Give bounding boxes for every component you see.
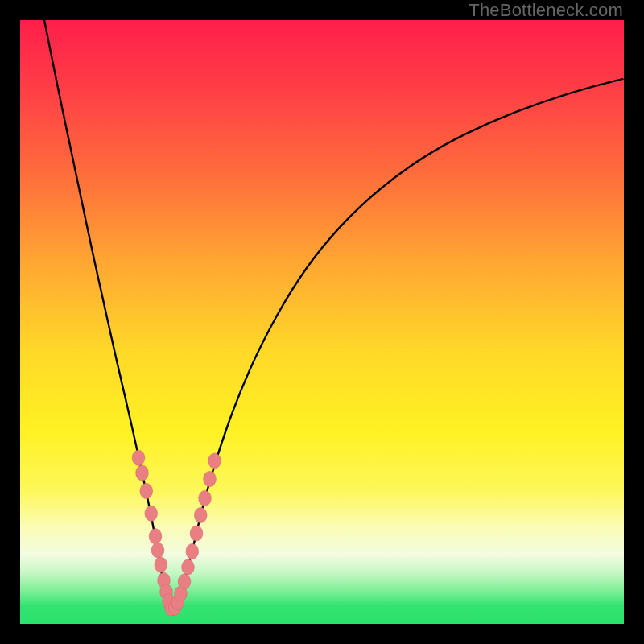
curve-marker	[149, 529, 162, 544]
curve-marker	[199, 490, 212, 506]
curve-marker	[186, 543, 199, 559]
curve-marker	[136, 465, 149, 481]
curve-marker	[190, 526, 203, 541]
chart-frame	[20, 20, 624, 624]
curve-marker	[155, 557, 167, 572]
curve-marker	[208, 453, 221, 469]
curve-marker	[204, 471, 217, 486]
gradient-background	[20, 20, 624, 624]
watermark-text: TheBottleneck.com	[469, 0, 623, 21]
curve-marker	[178, 574, 191, 589]
curve-marker	[140, 483, 153, 498]
curve-marker	[151, 543, 164, 558]
curve-marker	[132, 450, 145, 465]
curve-marker	[194, 507, 207, 522]
curve-marker	[145, 506, 158, 521]
curve-marker	[182, 559, 195, 575]
bottleneck-chart	[20, 20, 624, 624]
